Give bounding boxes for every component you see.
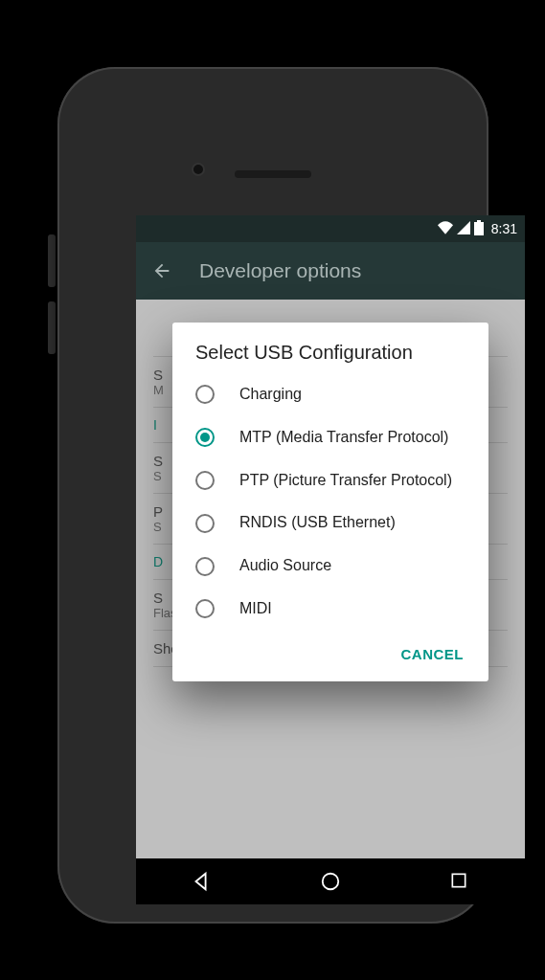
volume-down-button [48,301,56,354]
radio-icon [195,428,215,447]
radio-label: Charging [239,385,302,405]
radio-label: Audio Source [239,556,331,576]
cancel-button[interactable]: CANCEL [392,638,474,670]
radio-icon [195,514,215,533]
earpiece-speaker [235,170,311,178]
front-camera [192,163,205,176]
radio-icon [195,385,215,404]
dialog-scrim[interactable]: Select USB Configuration ChargingMTP (Me… [136,215,525,904]
radio-option[interactable]: RNDIS (USB Ethernet) [172,501,488,545]
radio-option[interactable]: MTP (Media Transfer Protocol) [172,416,488,459]
screen: 8:31 Developer options S M I S S P S [136,215,525,904]
radio-label: PTP (Picture Transfer Protocol) [239,471,452,491]
radio-icon [195,599,215,618]
dialog-actions: CANCEL [172,631,488,674]
dialog-title: Select USB Configuration [172,342,488,373]
radio-option[interactable]: PTP (Picture Transfer Protocol) [172,459,488,502]
radio-label: RNDIS (USB Ethernet) [239,513,396,533]
volume-up-button [48,234,56,287]
radio-label: MTP (Media Transfer Protocol) [239,428,448,448]
radio-label: MIDI [239,599,272,619]
radio-icon [195,471,215,490]
radio-option[interactable]: Charging [172,373,488,416]
radio-option[interactable]: MIDI [172,588,488,631]
radio-icon [195,557,215,576]
phone-frame: 8:31 Developer options S M I S S P S [57,67,488,924]
dialog-options-list: ChargingMTP (Media Transfer Protocol)PTP… [172,373,488,631]
usb-config-dialog: Select USB Configuration ChargingMTP (Me… [172,323,488,681]
radio-option[interactable]: Audio Source [172,545,488,588]
